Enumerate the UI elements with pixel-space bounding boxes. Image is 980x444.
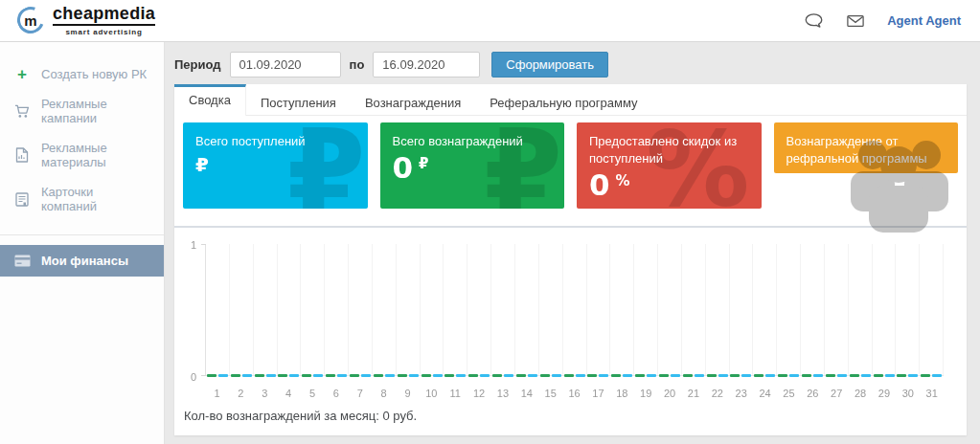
chart-bar: [302, 374, 311, 377]
chart-bar: [278, 374, 287, 377]
chart-bar: [528, 374, 537, 377]
chart-bar: [422, 374, 431, 377]
chart-bar: [361, 374, 371, 377]
chart-bar: [635, 374, 645, 377]
sidebar-item[interactable]: +Создать новую РК: [0, 59, 164, 89]
cart-icon: [13, 104, 31, 119]
to-label: по: [350, 57, 365, 72]
chart-day-group: [610, 244, 634, 375]
card-title: Всего вознаграждений: [393, 133, 553, 150]
date-to-input[interactable]: [373, 52, 480, 78]
company-card-icon: [13, 192, 31, 207]
chart-bar: [242, 374, 252, 377]
sidebar: +Создать новую РКРекламные кампанииРекла…: [0, 42, 165, 444]
x-axis-labels: 1234567891011121314151617181920212223242…: [205, 388, 944, 399]
x-axis-tick-label: 11: [444, 388, 467, 399]
chart-plot-area: [205, 244, 944, 376]
chart-bar: [826, 374, 835, 377]
chart-bar: [802, 374, 811, 377]
rewards-chart: 1 0 123456789101112131415161718192021222…: [184, 239, 957, 399]
y-axis-tick-label: 0: [191, 371, 196, 383]
chart-day-group: [421, 244, 444, 375]
chart-bar: [492, 374, 502, 377]
user-menu[interactable]: Agent Agent: [887, 13, 961, 28]
chart-day-group: [920, 244, 944, 375]
chart-bar: [385, 374, 395, 377]
tab[interactable]: Сводка: [174, 84, 246, 116]
chat-icon[interactable]: [803, 12, 824, 30]
sidebar-item[interactable]: Мои финансы: [0, 245, 164, 277]
chart-day-group: [515, 244, 539, 375]
x-axis-tick-label: 15: [538, 388, 562, 399]
period-filter: Период по Сформировать: [174, 52, 608, 78]
x-axis-tick-label: 5: [301, 388, 325, 399]
sidebar-item-label: Рекламные материалы: [41, 141, 150, 169]
chart-bar: [576, 374, 585, 377]
chart-bar: [897, 374, 906, 377]
chart-bar: [326, 374, 335, 377]
sidebar-item[interactable]: Рекламные кампании: [0, 89, 164, 133]
ad-file-icon: [13, 147, 31, 163]
chart-bar: [398, 374, 407, 377]
x-axis-tick-label: 18: [610, 388, 634, 399]
x-axis-tick-label: 17: [586, 388, 610, 399]
x-axis-tick-label: 19: [634, 388, 658, 399]
chart-bar: [789, 374, 799, 377]
x-axis-tick-label: 8: [372, 388, 396, 399]
envelope-icon[interactable]: [845, 12, 866, 30]
card-title: Предоставлено скидок из поступлений: [589, 133, 749, 167]
chart-bar: [754, 374, 763, 377]
x-axis-tick-label: 28: [849, 388, 873, 399]
chart-bar: [289, 374, 299, 377]
tab[interactable]: Вознаграждения: [351, 84, 475, 115]
sidebar-item[interactable]: Карточки компаний: [0, 177, 164, 221]
brand-tagline: smart advertising: [65, 28, 142, 36]
y-axis-tick-label: 1: [191, 239, 196, 251]
date-from-input[interactable]: [230, 52, 341, 78]
chart-day-group: [230, 244, 254, 375]
chart-bar: [218, 374, 228, 377]
x-axis-tick-label: 21: [682, 388, 706, 399]
brand-logo: m cheapmedia smart advertising: [17, 5, 155, 36]
chart-day-group: [587, 244, 611, 375]
period-label: Период: [174, 57, 221, 72]
chart-day-group: [397, 244, 421, 375]
chart-bar: [611, 374, 621, 377]
chart-bar: [409, 374, 419, 377]
chart-bar: [350, 374, 359, 377]
chart-bar: [456, 374, 466, 377]
chart-bar: [850, 374, 859, 377]
x-axis-tick-label: 13: [491, 388, 515, 399]
tab[interactable]: Поступления: [246, 84, 351, 115]
chart-bar: [885, 374, 895, 377]
chart-day-group: [658, 244, 682, 375]
x-axis-tick-label: 22: [705, 388, 729, 399]
chart-day-group: [896, 244, 920, 375]
card-value: ₽: [195, 153, 355, 176]
chart-bar: [683, 374, 693, 377]
x-axis-tick-label: 25: [777, 388, 801, 399]
x-axis-tick-label: 14: [514, 388, 538, 399]
generate-button[interactable]: Сформировать: [491, 52, 608, 78]
chart-bar: [874, 374, 883, 377]
chart-bar: [516, 374, 526, 377]
summary-card-box: Всего поступлений₽₽: [183, 122, 368, 209]
chart-bar: [932, 374, 942, 377]
sidebar-item-label: Мои финансы: [41, 254, 128, 268]
chart-bar: [444, 374, 454, 377]
x-axis-tick-label: 31: [920, 388, 944, 399]
chart-bar: [207, 374, 217, 377]
sidebar-item[interactable]: Рекламные материалы: [0, 133, 164, 177]
sidebar-divider: [0, 234, 164, 235]
tab[interactable]: Реферальную программу: [475, 84, 651, 115]
chart-day-group: [467, 244, 491, 375]
chart-bar: [374, 374, 383, 377]
chart-day-group: [539, 244, 563, 375]
chart-bar: [540, 374, 550, 377]
chart-bar: [695, 374, 704, 377]
chart-bar: [659, 374, 669, 377]
x-axis-tick-label: 30: [896, 388, 920, 399]
summary-cards: Всего поступлений₽₽Всего вознаграждений0…: [174, 116, 967, 209]
chart-bar: [623, 374, 632, 377]
finance-panel: СводкаПоступленияВознагражденияРеферальн…: [174, 84, 967, 435]
